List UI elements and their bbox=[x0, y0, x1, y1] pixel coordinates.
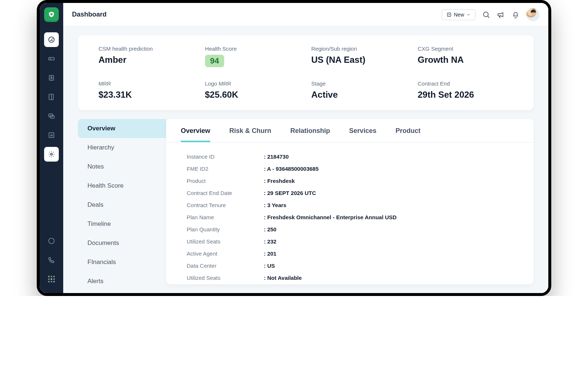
detail-value: : 29 SEPT 2026 UTC bbox=[264, 190, 316, 196]
kpi-cell: Logo MRR$25.60K bbox=[205, 80, 301, 100]
avatar[interactable] bbox=[526, 8, 539, 21]
side-tab-overview[interactable]: Overview bbox=[78, 119, 166, 138]
search-icon bbox=[482, 11, 490, 19]
side-tab-timeline[interactable]: Timeline bbox=[78, 214, 166, 234]
nav-conversations[interactable] bbox=[44, 234, 59, 248]
detail-value: : 232 bbox=[264, 238, 276, 245]
detail-label: Contract Tenure bbox=[187, 202, 264, 208]
detail-row: Active Agent: 201 bbox=[187, 248, 519, 260]
contact-icon bbox=[48, 74, 55, 82]
search-button[interactable] bbox=[482, 11, 490, 19]
detail-value: : A - 93648500003685 bbox=[264, 166, 319, 172]
detail-label: Utilized Seats bbox=[187, 275, 264, 281]
kpi-value: $23.31K bbox=[98, 90, 194, 100]
kpi-cell: Health Score94 bbox=[205, 46, 301, 67]
nav-apps[interactable] bbox=[44, 272, 59, 286]
nav-settings[interactable] bbox=[44, 147, 59, 162]
kpi-label: Stage bbox=[311, 80, 407, 87]
kpi-label: CXG Segment bbox=[418, 46, 513, 52]
nav-reports[interactable] bbox=[44, 128, 59, 142]
detail-label: Plan Name bbox=[187, 214, 264, 220]
side-tab-deals[interactable]: Deals bbox=[78, 195, 166, 214]
detail-label: Utilized Seats bbox=[187, 238, 264, 245]
svg-point-3 bbox=[51, 77, 52, 78]
nav-knowledge[interactable] bbox=[44, 90, 59, 104]
megaphone-icon bbox=[497, 11, 505, 19]
health-score-pill: 94 bbox=[205, 55, 224, 67]
kpi-cell: CSM health predictionAmber bbox=[98, 46, 194, 67]
side-tab-financials[interactable]: FInancials bbox=[78, 253, 166, 272]
detail-row: Contract End Date: 29 SEPT 2026 UTC bbox=[187, 187, 519, 199]
kpi-label: Logo MRR bbox=[205, 80, 301, 87]
detail-label: Contract End Date bbox=[187, 190, 264, 196]
detail-label: Active Agent bbox=[187, 250, 264, 257]
page-title: Dashboard bbox=[72, 11, 107, 18]
nav-phone[interactable] bbox=[44, 253, 59, 267]
nav-dashboard[interactable] bbox=[44, 32, 59, 47]
side-tab-hierarchy[interactable]: Hierarchy bbox=[78, 138, 166, 157]
kpi-cell: Region/Sub regionUS (NA East) bbox=[311, 46, 407, 67]
tab-services[interactable]: Services bbox=[349, 127, 376, 142]
kpi-cell: CXG SegmentGrowth NA bbox=[418, 46, 513, 67]
app-logo[interactable] bbox=[44, 7, 59, 22]
detail-row: Instance ID: 2184730 bbox=[187, 151, 519, 163]
detail-list: Instance ID: 2184730FME ID2: A - 9364850… bbox=[166, 142, 534, 284]
notifications-button[interactable] bbox=[512, 11, 520, 19]
detail-label: Plan Quantity bbox=[187, 226, 264, 232]
new-button[interactable]: New bbox=[442, 9, 476, 20]
gear-icon bbox=[48, 151, 55, 158]
kpi-label: Contract End bbox=[418, 80, 513, 87]
detail-label: FME ID2 bbox=[187, 166, 264, 172]
kpi-card: CSM health predictionAmberHealth Score94… bbox=[78, 35, 534, 110]
bell-icon bbox=[512, 11, 520, 19]
detail-card: OverviewRisk & ChurnRelationshipServices… bbox=[166, 119, 534, 284]
phone-icon bbox=[48, 256, 55, 264]
message-icon bbox=[48, 237, 55, 245]
nav-contacts[interactable] bbox=[44, 71, 59, 85]
topbar: Dashboard New bbox=[63, 3, 548, 26]
detail-label: Product bbox=[187, 178, 264, 184]
device-frame: Dashboard New bbox=[37, 0, 551, 296]
detail-row: FME ID2: A - 93648500003685 bbox=[187, 163, 519, 175]
svg-point-10 bbox=[484, 12, 488, 17]
kpi-value: $25.60K bbox=[205, 90, 301, 100]
detail-value: : Not Available bbox=[264, 275, 302, 281]
detail-value: : Freshdesk bbox=[264, 178, 295, 184]
book-icon bbox=[48, 93, 55, 101]
detail-row: Contract Tenure: 3 Years bbox=[187, 199, 519, 211]
tab-product[interactable]: Product bbox=[395, 127, 420, 142]
horizontal-tabs: OverviewRisk & ChurnRelationshipServices… bbox=[166, 119, 534, 142]
detail-row: Data Center: US bbox=[187, 260, 519, 272]
detail-section: OverviewHierarchyNotesHealth ScoreDealsT… bbox=[78, 119, 534, 284]
side-tab-notes[interactable]: Notes bbox=[78, 157, 166, 176]
detail-row: Product: Freshdesk bbox=[187, 175, 519, 187]
detail-row: Plan Quantity: 250 bbox=[187, 223, 519, 235]
tab-risk-churn[interactable]: Risk & Churn bbox=[229, 127, 271, 142]
nav-tickets[interactable] bbox=[44, 51, 59, 66]
chevron-down-icon bbox=[466, 12, 471, 17]
side-tab-alerts[interactable]: Alerts bbox=[78, 272, 166, 291]
announcements-button[interactable] bbox=[497, 11, 505, 19]
detail-value: : 2184730 bbox=[264, 154, 289, 160]
detail-value: : 3 Years bbox=[264, 202, 286, 208]
detail-value: : Freshdesk Omnichannel - Enterprise Ann… bbox=[264, 214, 397, 220]
detail-row: Utilized Seats: Not Available bbox=[187, 272, 519, 284]
kpi-cell: MRR$23.31K bbox=[98, 80, 194, 100]
kpi-label: CSM health prediction bbox=[98, 46, 194, 52]
kpi-value: Active bbox=[311, 90, 407, 100]
kpi-cell: StageActive bbox=[311, 80, 407, 100]
side-tab-health-score[interactable]: Health Score bbox=[78, 176, 166, 195]
chats-icon bbox=[48, 112, 55, 120]
svg-point-7 bbox=[51, 154, 53, 155]
kpi-cell: Contract End29th Set 2026 bbox=[418, 80, 513, 100]
side-tab-documents[interactable]: Documents bbox=[78, 234, 166, 253]
gauge-icon bbox=[48, 36, 55, 43]
bar-chart-icon bbox=[48, 131, 55, 139]
kpi-label: Region/Sub region bbox=[311, 46, 407, 52]
detail-row: Utilized Seats: 232 bbox=[187, 235, 519, 248]
side-tabs: OverviewHierarchyNotesHealth ScoreDealsT… bbox=[78, 119, 166, 284]
nav-chat[interactable] bbox=[44, 109, 59, 123]
tab-overview[interactable]: Overview bbox=[181, 127, 210, 142]
detail-value: : US bbox=[264, 263, 275, 269]
tab-relationship[interactable]: Relationship bbox=[290, 127, 330, 142]
